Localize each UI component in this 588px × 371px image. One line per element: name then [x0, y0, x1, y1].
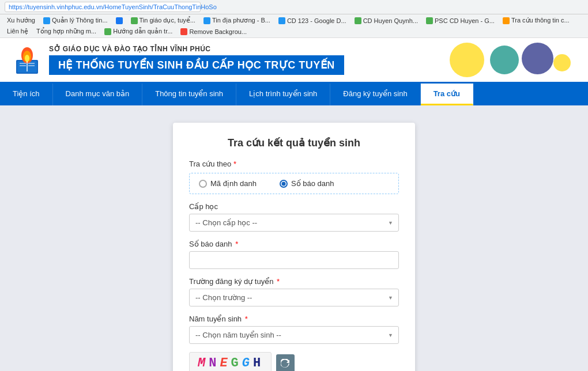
- form-group-cap-hoc: Cấp học -- Chọn cấp học --: [189, 202, 399, 232]
- browser-bar: https://tuyensinh.vinhphuc.edu.vn/HomeTu…: [0, 0, 588, 14]
- nav-item-danhmuc[interactable]: Danh mục văn bản: [53, 84, 143, 105]
- logo-area: SỞ GIÁO DỤC VÀ ĐÀO TẠO TỈNH VĨNH PHÚC HỆ…: [12, 43, 344, 77]
- bookmark-tgd[interactable]: Tin giáo dục, tuyể...: [127, 16, 199, 25]
- bookmark-fb[interactable]: [112, 16, 126, 25]
- required-mark-sbd: *: [235, 240, 238, 248]
- radio-option-sobaodanh[interactable]: Số báo danh: [280, 179, 334, 188]
- refresh-icon: [281, 359, 290, 368]
- bookmark-label: PSC CD Huyen - G...: [435, 17, 495, 24]
- radio-group-search-type: Mã định danh Số báo danh: [189, 173, 399, 194]
- captcha-char-3: E: [220, 356, 229, 370]
- label-cap-hoc: Cấp học: [189, 202, 399, 211]
- org-name: SỞ GIÁO DỤC VÀ ĐÀO TẠO TỈNH VĨNH PHÚC: [49, 45, 344, 53]
- form-group-so-bao-danh: Số báo danh *: [189, 240, 399, 269]
- select-wrapper-nam: -- Chọn năm tuyển sinh --: [189, 326, 399, 344]
- main-content: Tra cứu kết quả tuyển sinh Tra cứu theo …: [0, 105, 588, 371]
- nav-bar: Tiện ích Danh mục văn bản Thông tin tuyể…: [0, 84, 588, 105]
- bookmark-icon: [203, 17, 210, 24]
- captcha-char-6: H: [253, 356, 263, 370]
- bookmark-icon: [426, 17, 433, 24]
- select-wrapper-truong: -- Chọn trường --: [189, 289, 399, 306]
- bookmark-label: Xu hướng: [7, 17, 35, 24]
- refresh-captcha-button[interactable]: [276, 354, 295, 372]
- bookmark-icon: [43, 17, 50, 24]
- label-truong: Trường đăng ký dự tuyển *: [189, 277, 399, 286]
- facebook-icon: [116, 17, 123, 24]
- bookmark-huongdan[interactable]: Hướng dẫn quản tr...: [101, 26, 176, 36]
- bookmark-icon: [278, 17, 285, 24]
- radio-circle-sobaodanh: [280, 180, 288, 188]
- captcha-char-2: N: [209, 356, 218, 370]
- bookmark-cdhuyen[interactable]: CD Huyen Quynh...: [351, 16, 421, 25]
- input-so-bao-danh[interactable]: [189, 251, 399, 269]
- bookmark-label: Remove Backgrou...: [189, 28, 247, 35]
- site-header: SỞ GIÁO DỤC VÀ ĐÀO TẠO TỈNH VĨNH PHÚC HỆ…: [0, 38, 588, 84]
- bookmark-icon: [355, 17, 361, 24]
- bookmark-tracuu[interactable]: Tra cứu thông tin c...: [499, 16, 573, 25]
- deco-navy: [522, 43, 553, 74]
- radio-circle-madinhdanh: [199, 180, 207, 188]
- bookmark-label: Liên hệ: [7, 28, 28, 35]
- bookmark-icon: [131, 17, 138, 24]
- bookmark-lienhe[interactable]: Liên hệ: [3, 26, 32, 36]
- bookmark-icon: [104, 28, 111, 35]
- form-title: Tra cứu kết quả tuyển sinh: [189, 137, 399, 149]
- captcha-image: M N E G G H: [189, 352, 272, 371]
- deco-small: [553, 54, 571, 71]
- bookmark-icon: [503, 17, 510, 24]
- bookmark-label: Tra cứu thông tin c...: [511, 17, 570, 24]
- site-title: HỆ THỐNG TUYỂN SINH ĐẦU CẤP HỌC TRỰC TUY…: [49, 55, 344, 75]
- header-decorations: [352, 43, 576, 77]
- bookmark-psc[interactable]: PSC CD Huyen - G...: [423, 16, 498, 25]
- search-by-label: Tra cứu theo *: [189, 160, 399, 168]
- nav-item-lichtrinh[interactable]: Lịch trình tuyển sinh: [236, 84, 330, 105]
- label-nam: Năm tuyển sinh *: [189, 315, 399, 323]
- deco-yellow: [450, 43, 484, 77]
- search-form-card: Tra cứu kết quả tuyển sinh Tra cứu theo …: [173, 123, 415, 371]
- bookmark-remove[interactable]: Remove Backgrou...: [177, 27, 250, 36]
- captcha-row: M N E G G H: [189, 352, 399, 371]
- bookmark-label: Tin giáo dục, tuyể...: [140, 17, 195, 24]
- url-bar[interactable]: https://tuyensinh.vinhphuc.edu.vn/HomeTu…: [5, 2, 201, 12]
- radio-option-madinhdanh[interactable]: Mã định danh: [199, 179, 257, 188]
- captcha-char-5: G: [242, 356, 252, 370]
- header-text: SỞ GIÁO DỤC VÀ ĐÀO TẠO TỈNH VĨNH PHÚC HỆ…: [49, 45, 344, 75]
- captcha-char-4: G: [231, 356, 241, 370]
- nav-item-dangky[interactable]: Đăng ký tuyển sinh: [330, 84, 420, 105]
- nav-item-thongtin[interactable]: Thông tin tuyển sinh: [142, 84, 236, 105]
- deco-teal: [490, 46, 519, 74]
- bookmark-label: Tổng hợp những m...: [36, 28, 96, 35]
- select-cap-hoc[interactable]: -- Chọn cấp học --: [189, 214, 399, 232]
- bookmark-tonghop[interactable]: Tổng hợp những m...: [33, 26, 100, 36]
- form-group-truong: Trường đăng ký dự tuyển * -- Chọn trường…: [189, 277, 399, 306]
- bookmark-icon: [180, 28, 187, 35]
- bookmarks-bar: Xu hướng Quản lý Thông tin... Tin giáo d…: [0, 14, 588, 38]
- bookmark-xh[interactable]: Xu hướng: [3, 16, 39, 25]
- required-mark-nam: *: [245, 315, 248, 323]
- bookmark-label: CD Huyen Quynh...: [363, 17, 418, 24]
- label-so-bao-danh: Số báo danh *: [189, 240, 399, 248]
- bookmark-label: Hướng dẫn quản tr...: [113, 28, 172, 35]
- required-mark: *: [233, 160, 236, 168]
- site-logo: [12, 43, 43, 77]
- form-group-nam: Năm tuyển sinh * -- Chọn năm tuyển sinh …: [189, 315, 399, 344]
- bookmark-tdp[interactable]: Tin địa phương - B...: [200, 16, 274, 25]
- bookmark-ql[interactable]: Quản lý Thông tin...: [40, 16, 111, 25]
- captcha-char-1: M: [198, 356, 208, 370]
- select-nam[interactable]: -- Chọn năm tuyển sinh --: [189, 326, 399, 344]
- bookmark-label: CD 123 - Google D...: [287, 17, 346, 24]
- bookmark-cd123[interactable]: CD 123 - Google D...: [275, 16, 350, 25]
- nav-item-tienich[interactable]: Tiện ích: [0, 84, 53, 105]
- select-wrapper-cap-hoc: -- Chọn cấp học --: [189, 214, 399, 232]
- select-truong[interactable]: -- Chọn trường --: [189, 289, 399, 306]
- nav-item-tracuu[interactable]: Tra cứu: [421, 84, 473, 105]
- bookmark-label: Quản lý Thông tin...: [52, 17, 108, 24]
- svg-point-4: [25, 55, 29, 62]
- bookmark-label: Tin địa phương - B...: [212, 17, 270, 24]
- required-mark-truong: *: [277, 277, 280, 286]
